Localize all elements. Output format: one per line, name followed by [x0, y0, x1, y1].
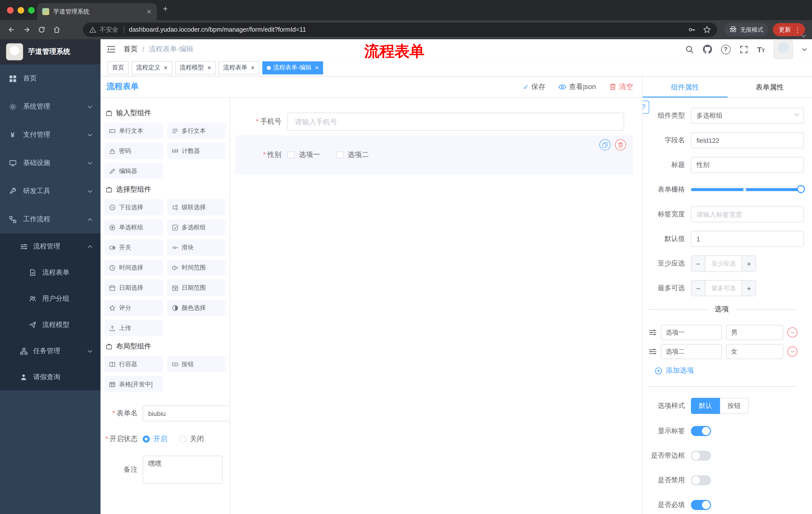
drag-handle-icon[interactable]: [649, 348, 657, 356]
component-chip-switch[interactable]: 开关: [105, 239, 163, 255]
grid-slider[interactable]: [691, 182, 804, 198]
reload-icon[interactable]: [34, 26, 49, 34]
sidebar-item-process-form[interactable]: 流程表单: [0, 260, 100, 286]
sidebar-item-leave-query[interactable]: 请假查询: [0, 364, 100, 390]
option-value-input[interactable]: [726, 344, 783, 359]
gender-option-1[interactable]: 选项一: [287, 151, 320, 159]
form-remark-textarea[interactable]: 嘿嘿: [143, 456, 223, 484]
tag-home[interactable]: 首页: [108, 61, 128, 74]
component-chip-row-container[interactable]: 行容器: [105, 356, 163, 372]
sidebar-item-home[interactable]: 首页: [0, 64, 100, 92]
view-json-button[interactable]: 查看json: [558, 82, 596, 91]
browser-menu-icon[interactable]: ⋮: [794, 26, 801, 33]
tag-close-icon[interactable]: ×: [164, 64, 168, 71]
fullscreen-icon[interactable]: [740, 45, 748, 54]
remove-option-button[interactable]: −: [787, 347, 798, 357]
copy-component-button[interactable]: [600, 139, 610, 151]
component-chip-multi-line-text[interactable]: 多行文本: [167, 123, 226, 139]
remove-option-button[interactable]: −: [787, 327, 798, 337]
gender-option-2[interactable]: 选项二: [336, 151, 369, 159]
show-label-toggle[interactable]: [691, 426, 711, 436]
breadcrumb-root[interactable]: 首页: [124, 45, 138, 54]
home-icon[interactable]: [49, 26, 64, 34]
component-chip-time-picker[interactable]: 时间选择: [105, 260, 163, 276]
clear-button[interactable]: 清空: [609, 82, 633, 91]
component-chip-table[interactable]: 表格[开发中]: [105, 376, 163, 392]
component-chip-cascader[interactable]: 级联选择: [167, 199, 226, 215]
github-icon[interactable]: [703, 45, 712, 54]
security-label[interactable]: 不安全: [99, 25, 118, 34]
font-size-icon[interactable]: TT: [757, 45, 765, 54]
component-chip-date-range[interactable]: 日期范围: [167, 280, 226, 296]
sidebar-toggle-icon[interactable]: [100, 45, 121, 53]
component-chip-date-picker[interactable]: 日期选择: [105, 280, 163, 296]
search-icon[interactable]: [685, 45, 694, 54]
canvas-field-gender-selected[interactable]: 性别 选项一 选项二: [235, 135, 633, 174]
forward-icon[interactable]: [19, 26, 34, 34]
sidebar-item-process-management[interactable]: 流程管理: [0, 233, 100, 260]
sidebar-item-process-model[interactable]: 流程模型: [0, 312, 100, 338]
tab-form-props[interactable]: 表单属性: [727, 77, 812, 97]
sidebar-logo[interactable]: 芋道管理系统: [0, 39, 100, 64]
component-chip-rate[interactable]: 评分: [105, 300, 163, 316]
back-icon[interactable]: [4, 26, 19, 34]
tag-close-icon[interactable]: ×: [251, 64, 255, 71]
increase-button[interactable]: +: [742, 281, 756, 296]
tag-process-form[interactable]: 流程表单 ×: [219, 61, 259, 74]
tag-process-form-edit[interactable]: 流程表单-编辑 ×: [262, 61, 323, 74]
sidebar-item-payment[interactable]: ¥ 支付管理: [0, 121, 100, 149]
sidebar-item-user-group[interactable]: 用户分组: [0, 286, 100, 312]
disabled-toggle[interactable]: [691, 475, 711, 485]
address-bar[interactable]: 不安全 dashboard.yudao.iocoder.cn/bpm/manag…: [83, 23, 717, 37]
canvas-field-phone[interactable]: 手机号: [230, 113, 642, 131]
component-chip-radio-group[interactable]: 单选框组: [105, 219, 163, 235]
option-label-input[interactable]: [661, 325, 722, 340]
avatar[interactable]: [774, 40, 793, 59]
style-default-button[interactable]: 默认: [691, 398, 720, 414]
bookmark-star-icon[interactable]: [703, 26, 711, 34]
close-window-button[interactable]: [7, 7, 13, 13]
sidebar-item-infrastructure[interactable]: 基础设施: [0, 149, 100, 177]
component-chip-checkbox-group[interactable]: 多选框组: [167, 219, 226, 235]
decrease-button[interactable]: −: [691, 256, 705, 271]
browser-update-button[interactable]: 更新 ⋮: [773, 23, 805, 36]
component-type-select[interactable]: [691, 108, 804, 124]
url-text[interactable]: dashboard.yudao.iocoder.cn/bpm/manager/f…: [129, 26, 306, 33]
max-select-placeholder[interactable]: 最多可选: [705, 281, 742, 296]
key-icon[interactable]: [688, 26, 696, 34]
tab-close-icon[interactable]: ✕: [146, 8, 152, 15]
component-chip-slider[interactable]: 滑块: [167, 239, 226, 255]
link-icon[interactable]: [642, 101, 649, 114]
option-value-input[interactable]: [726, 325, 783, 340]
phone-input[interactable]: [287, 113, 624, 131]
minimize-window-button[interactable]: [18, 7, 24, 13]
option-label-input[interactable]: [661, 344, 722, 359]
label-width-input[interactable]: [691, 206, 804, 222]
tag-process-model[interactable]: 流程模型 ×: [175, 61, 215, 74]
question-icon[interactable]: ?: [721, 45, 730, 54]
component-chip-time-range[interactable]: 时间范围: [167, 260, 226, 276]
decrease-button[interactable]: −: [691, 281, 705, 296]
required-toggle[interactable]: [691, 500, 711, 510]
component-chip-color-picker[interactable]: 颜色选择: [167, 300, 226, 316]
sidebar-item-task-management[interactable]: 任务管理: [0, 338, 100, 364]
tag-process-definition[interactable]: 流程定义 ×: [132, 61, 172, 74]
checkbox-box[interactable]: [287, 152, 294, 158]
component-chip-password[interactable]: 密码: [105, 143, 163, 159]
default-value-input[interactable]: [691, 231, 804, 247]
component-chip-editor[interactable]: 编辑器: [105, 163, 163, 179]
tag-close-icon[interactable]: ×: [315, 64, 319, 71]
sidebar-item-devtools[interactable]: 研发工具: [0, 177, 100, 205]
tab-component-props[interactable]: 组件属性: [643, 77, 727, 97]
style-button-button[interactable]: 按钮: [720, 398, 749, 414]
component-chip-single-line-text[interactable]: 单行文本: [105, 123, 163, 139]
min-select-placeholder[interactable]: 至少应选: [705, 256, 742, 271]
status-radio-off[interactable]: 关闭: [179, 435, 204, 443]
browser-tab[interactable]: 芋道管理系统 ✕: [37, 3, 157, 20]
drag-handle-icon[interactable]: [649, 328, 657, 336]
sidebar-item-workflow[interactable]: 工作流程: [0, 205, 100, 233]
new-tab-button[interactable]: +: [163, 4, 168, 14]
form-name-input[interactable]: [143, 405, 230, 422]
component-chip-button[interactable]: 按钮: [167, 356, 226, 372]
title-input[interactable]: [691, 157, 804, 173]
